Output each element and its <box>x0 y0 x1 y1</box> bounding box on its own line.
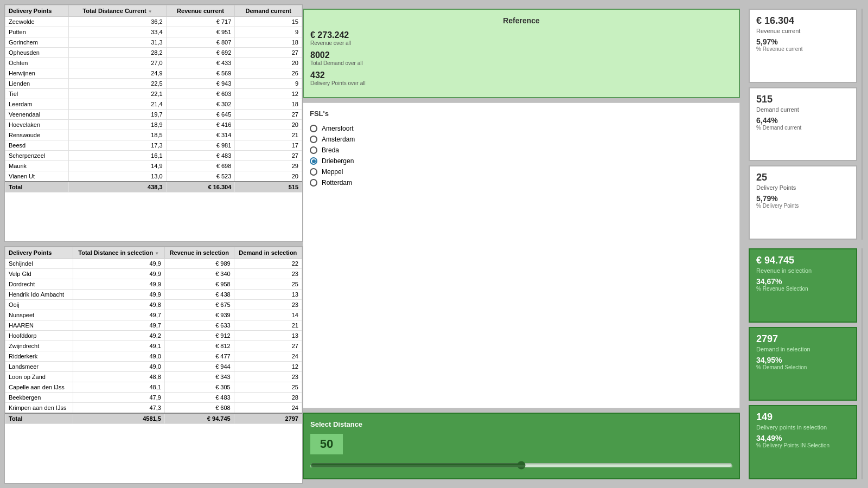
table-cell: € 416 <box>166 120 235 130</box>
table-cell: 18,9 <box>69 120 166 130</box>
table-cell: 12 <box>234 362 302 372</box>
table-cell: € 807 <box>166 37 235 48</box>
table-row: Tiel22,1€ 60312 <box>5 89 302 99</box>
table-cell: € 912 <box>164 331 234 341</box>
table-cell: € 523 <box>166 171 235 182</box>
table-total-row: Total4581,5€ 94.7452797 <box>5 413 302 424</box>
reference-points-value: 432 <box>310 70 732 80</box>
sort-arrow-top: ▼ <box>148 9 152 14</box>
table-row: Zeewolde36,2€ 71715 <box>5 17 302 27</box>
fsl-radio-breda[interactable] <box>310 146 317 154</box>
table-cell: Beekbergen <box>5 393 73 403</box>
top-table-wrapper[interactable]: Delivery Points Total Distance Current ▼… <box>5 5 302 241</box>
fsl-item[interactable]: Meppel <box>310 166 733 177</box>
bottom-revenue-value: € 94.745 <box>756 255 850 266</box>
table-cell: 27 <box>235 151 302 161</box>
table-cell: 21 <box>234 320 302 331</box>
table-row: Renswoude18,5€ 31421 <box>5 130 302 140</box>
table-row: Maurik14,9€ 69829 <box>5 161 302 171</box>
fsl-radio-amsterdam[interactable] <box>310 136 317 143</box>
fsl-item[interactable]: Driebergen <box>310 156 733 166</box>
table-cell: € 944 <box>164 362 234 372</box>
table-row: Scherpenzeel16,1€ 48327 <box>5 151 302 161</box>
table-row: Landsmeer49,0€ 94412 <box>5 362 302 372</box>
top-col-total-distance[interactable]: Total Distance Current ▼ <box>69 5 166 17</box>
table-cell: € 645 <box>166 110 235 120</box>
table-cell: Veenendaal <box>5 110 69 120</box>
table-row: Opheusden28,2€ 69227 <box>5 48 302 58</box>
table-cell: 13 <box>234 331 302 341</box>
table-cell: 27 <box>234 341 302 351</box>
table-cell: Herwijnen <box>5 68 69 79</box>
table-cell: Lienden <box>5 79 69 89</box>
table-cell: € 302 <box>166 99 235 110</box>
fsl-label: Breda <box>322 146 339 154</box>
fsl-radio-rotterdam[interactable] <box>310 179 317 187</box>
top-col-revenue[interactable]: Revenue current <box>166 5 235 17</box>
table-cell: 27 <box>235 48 302 58</box>
table-cell: 49,0 <box>73 362 164 372</box>
bottom-revenue-card: € 94.745 Revenue in selection 34,67% % R… <box>749 248 857 323</box>
distance-slider-container <box>310 461 732 472</box>
bottom-col-demand[interactable]: Demand in selection <box>234 247 302 259</box>
table-cell: € 939 <box>164 310 234 320</box>
fsl-radio-meppel[interactable] <box>310 168 317 176</box>
bottom-demand-pct-label: % Demand Selection <box>756 364 850 370</box>
table-row: Loon op Zand48,8€ 34323 <box>5 372 302 382</box>
fsl-item[interactable]: Amersfoort <box>310 123 733 134</box>
table-cell: € 698 <box>166 161 235 171</box>
bottom-table-wrapper[interactable]: Delivery Points Total Distance in select… <box>5 247 302 483</box>
bottom-col-revenue[interactable]: Revenue in selection <box>164 247 234 259</box>
table-cell: 14 <box>234 310 302 320</box>
table-cell: 16,1 <box>69 151 166 161</box>
table-cell: HAAREN <box>5 320 73 331</box>
bottom-revenue-label: Revenue in selection <box>756 267 850 274</box>
table-cell: Dordrecht <box>5 279 73 290</box>
table-cell: € 483 <box>166 151 235 161</box>
table-cell: € 94.745 <box>164 413 234 424</box>
table-cell: Hendrik Ido Ambacht <box>5 290 73 300</box>
table-cell: 36,2 <box>69 17 166 27</box>
fsl-item[interactable]: Breda <box>310 145 733 156</box>
table-cell: 48,1 <box>73 382 164 393</box>
table-cell: Scherpenzeel <box>5 151 69 161</box>
table-cell: € 340 <box>164 269 234 279</box>
top-dp-label: Delivery Points <box>756 184 850 191</box>
table-total-row: Total438,3€ 16.304515 <box>5 182 302 192</box>
top-revenue-pct-label: % Revenue current <box>756 46 850 52</box>
table-cell: 47,9 <box>73 393 164 403</box>
fsl-item[interactable]: Amsterdam <box>310 134 733 145</box>
fsl-title: FSL's <box>310 110 733 118</box>
table-cell: 2797 <box>234 413 302 424</box>
table-cell: Ooij <box>5 300 73 310</box>
table-cell: 18,5 <box>69 130 166 140</box>
top-dp-card: 25 Delivery Points 5,79% % Delivery Poin… <box>749 165 857 240</box>
fsl-item[interactable]: Rotterdam <box>310 177 733 188</box>
table-cell: 33,4 <box>69 27 166 37</box>
table-cell: € 569 <box>166 68 235 79</box>
top-col-delivery-points[interactable]: Delivery Points <box>5 5 69 17</box>
bottom-stats-column: € 94.745 Revenue in selection 34,67% % R… <box>749 248 857 479</box>
distance-slider[interactable] <box>310 461 732 470</box>
bottom-delivery-table: Delivery Points Total Distance in select… <box>5 247 302 424</box>
top-col-demand[interactable]: Demand current <box>235 5 302 17</box>
fsl-radio-driebergen[interactable] <box>310 157 317 165</box>
table-row: Capelle aan den IJss48,1€ 30525 <box>5 382 302 393</box>
reference-title: Reference <box>310 16 732 25</box>
bottom-col-total-distance[interactable]: Total Distance in selection ▼ <box>73 247 164 259</box>
table-cell: Tiel <box>5 89 69 99</box>
top-revenue-label: Revenue current <box>756 28 850 34</box>
table-cell: Maurik <box>5 161 69 171</box>
bottom-col-delivery-points[interactable]: Delivery Points <box>5 247 73 259</box>
table-cell: 27 <box>235 110 302 120</box>
top-table-body: Zeewolde36,2€ 71715Putten33,4€ 9519Gorin… <box>5 17 302 192</box>
table-cell: 20 <box>235 58 302 68</box>
fsl-radio-amersfoort[interactable] <box>310 125 317 132</box>
table-row: Beesd17,3€ 98117 <box>5 140 302 151</box>
table-row: Putten33,4€ 9519 <box>5 27 302 37</box>
table-cell: Nunspeet <box>5 310 73 320</box>
table-cell: Total <box>5 413 73 424</box>
top-delivery-table: Delivery Points Total Distance Current ▼… <box>5 5 302 192</box>
middle-bottom: € 94.745 Revenue in selection 34,67% % R… <box>744 244 864 484</box>
table-cell: Landsmeer <box>5 362 73 372</box>
